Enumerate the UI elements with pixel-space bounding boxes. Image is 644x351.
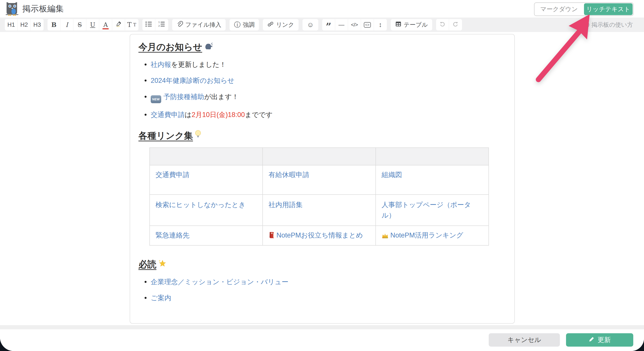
link-label: リンク: [276, 21, 294, 29]
table-header-cell: [376, 148, 489, 165]
markdown-mode-button[interactable]: マークダウン: [534, 3, 584, 16]
table-cell: 緊急連絡先: [150, 226, 263, 246]
inline-code-button[interactable]: <>: [361, 19, 374, 30]
undo-icon: [439, 21, 446, 29]
table-header-cell: [263, 148, 376, 165]
table-cell: 有給休暇申請: [263, 165, 376, 194]
table-row: 緊急連絡先 NotePMお役立ち情報まとめ: [150, 226, 489, 246]
doc-link[interactable]: 社内報: [151, 61, 171, 68]
editor-area: 今月のお知らせ 社内報を更新しました！ 2024年健康診断のお知らせ NEW予防…: [0, 32, 644, 325]
doc-link[interactable]: 予防接種補助: [164, 93, 204, 100]
update-label: 更新: [598, 336, 611, 344]
doc-link[interactable]: 交通費申請: [151, 111, 185, 118]
svg-text:2: 2: [158, 24, 160, 27]
strikethrough-button[interactable]: S: [74, 19, 86, 30]
pencil-icon: [588, 336, 594, 344]
bottom-divider: [0, 325, 644, 329]
table-grid-icon: [395, 21, 402, 29]
italic-button[interactable]: I: [60, 19, 74, 30]
code-block-button[interactable]: </>: [348, 19, 361, 30]
link-button[interactable]: リンク: [263, 19, 298, 30]
editor-toolbar: H1 H2 H3 B I S U A: [0, 18, 644, 32]
table-link[interactable]: NotePMお役立ち情報まとめ: [276, 231, 363, 239]
table-link[interactable]: 人事部トップページ（ポータル）: [382, 201, 471, 219]
line-height-button[interactable]: ↕: [374, 19, 387, 30]
font-size-button[interactable]: TT: [125, 19, 138, 30]
mode-toggle: マークダウン リッチテキスト: [534, 2, 634, 16]
h2-button[interactable]: H2: [18, 19, 31, 30]
line-height-icon: ↕: [379, 21, 382, 28]
doc-link[interactable]: ご案内: [151, 294, 171, 302]
bullet-list-button[interactable]: [142, 19, 155, 30]
undo-button[interactable]: [436, 19, 449, 30]
table-header-row: [150, 148, 489, 165]
table-link[interactable]: 組織図: [382, 171, 402, 178]
table-link[interactable]: NotePM活用ランキング: [390, 231, 463, 239]
info-circle-icon: ⓘ: [234, 20, 240, 29]
list-item: NEW予防接種補助が出ます！: [144, 92, 506, 103]
underline-button[interactable]: U: [86, 19, 99, 30]
table-cell: NotePMお役立ち情報まとめ: [263, 226, 376, 246]
document-editor[interactable]: 今月のお知らせ 社内報を更新しました！ 2024年健康診断のお知らせ NEW予防…: [130, 34, 515, 324]
list-item: ご案内: [144, 294, 506, 302]
screen: 掲示板編集 マークダウン リッチテキスト H1 H2 H3 B I S U A: [0, 0, 644, 351]
highlighter-button[interactable]: [112, 19, 125, 30]
paperclip-icon: [176, 21, 183, 29]
richtext-mode-button[interactable]: リッチテキスト: [584, 3, 632, 15]
file-insert-button[interactable]: ファイル挿入: [172, 19, 226, 30]
redo-button[interactable]: [449, 19, 462, 30]
horizontal-rule-button[interactable]: —: [335, 19, 348, 30]
numbered-list-button[interactable]: 1 2: [155, 19, 168, 30]
inline-code-icon: <>: [364, 22, 371, 28]
emphasis-button[interactable]: ⓘ 強調: [230, 19, 259, 30]
doc-link[interactable]: 2024年健康診断のお知らせ: [151, 77, 234, 84]
table-row: 検索にヒットしなかったとき 社内用語集 人事部トップページ（ポータル）: [150, 194, 489, 226]
table-button[interactable]: テーブル: [391, 19, 432, 30]
speaking-head-emoji: [204, 42, 213, 53]
format-button-group: B I S U A TT: [48, 19, 138, 30]
table-cell: NotePM活用ランキング: [376, 226, 489, 246]
file-insert-label: ファイル挿入: [185, 21, 222, 29]
table-link[interactable]: 緊急連絡先: [156, 231, 190, 239]
table-link[interactable]: 検索にヒットしなかったとき: [156, 201, 246, 208]
crown-emoji: [382, 232, 388, 240]
table-link[interactable]: 交通費申請: [156, 171, 190, 178]
doc-link[interactable]: 企業理念／ミッション・ビジョン・バリュー: [151, 278, 288, 286]
code-block-icon: </>: [351, 22, 358, 28]
footer-bar: キャンセル 更新: [0, 329, 644, 351]
table-cell: 社内用語集: [263, 194, 376, 226]
bold-button[interactable]: B: [48, 19, 60, 30]
table-cell: 組織図: [376, 165, 489, 194]
underline-icon: U: [90, 21, 95, 28]
redo-icon: [452, 21, 459, 29]
glowing-star-emoji: [158, 259, 166, 270]
smiley-icon: ☺: [307, 21, 314, 29]
table-link[interactable]: 有給休暇申請: [268, 171, 309, 178]
section-heading-announcements: 今月のお知らせ: [138, 41, 506, 53]
heading-button-group: H1 H2 H3: [5, 19, 44, 30]
emoji-button[interactable]: ☺: [302, 19, 318, 30]
table-cell: 検索にヒットしなかったとき: [150, 194, 263, 226]
table-label: テーブル: [404, 21, 428, 29]
update-button[interactable]: 更新: [566, 333, 633, 346]
list-button-group: 1 2: [142, 19, 168, 30]
help-link[interactable]: ? 掲示板の使い方: [583, 18, 633, 32]
bold-icon: B: [51, 21, 56, 28]
links-table: 交通費申請 有給休暇申請 組織図 検索にヒットしなかったとき 社内用語集 人事部…: [150, 148, 489, 246]
table-cell: 交通費申請: [150, 165, 263, 194]
cancel-button[interactable]: キャンセル: [489, 333, 560, 346]
question-circle-icon: ?: [583, 22, 589, 28]
h1-button[interactable]: H1: [5, 19, 18, 30]
blockquote-button[interactable]: ”: [322, 19, 335, 30]
svg-text:1: 1: [158, 21, 160, 24]
link-chain-icon: [267, 21, 274, 29]
list-item: 企業理念／ミッション・ビジョン・バリュー: [144, 278, 506, 286]
header: 掲示板編集 マークダウン リッチテキスト: [0, 0, 644, 18]
h3-button[interactable]: H3: [31, 19, 44, 30]
table-link[interactable]: 社内用語集: [268, 201, 302, 208]
list-item: 2024年健康診断のお知らせ: [144, 76, 506, 85]
italic-icon: I: [66, 21, 68, 28]
help-label: 掲示板の使い方: [592, 21, 633, 29]
announcements-list: 社内報を更新しました！ 2024年健康診断のお知らせ NEW予防接種補助が出ます…: [144, 60, 506, 119]
font-color-button[interactable]: A: [99, 19, 112, 30]
